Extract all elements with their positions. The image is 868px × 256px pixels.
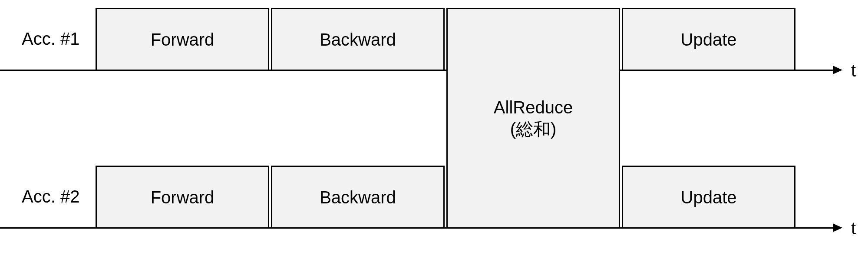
allreduce-box: AllReduce (総和) [446,8,620,229]
row1-forward-box: Forward [96,8,269,71]
row1-backward-box: Backward [271,8,445,71]
allreduce-line1: AllReduce [494,98,573,117]
row2-forward-label: Forward [151,186,215,208]
row2-update-box: Update [622,166,795,229]
row2-axis-arrow [833,223,842,232]
row1-label: Acc. #1 [22,29,79,49]
row2-forward-box: Forward [96,166,269,229]
row1-update-label: Update [681,29,737,50]
allreduce-line2: (総和) [510,120,557,139]
row1-backward-label: Backward [320,29,396,50]
row1-update-box: Update [622,8,795,71]
row2-backward-label: Backward [320,186,396,208]
row2-update-label: Update [681,186,737,208]
row2-axis-label: t [851,219,856,238]
row1-axis-label: t [851,61,856,80]
row2-label: Acc. #2 [22,187,79,206]
row1-forward-label: Forward [151,29,215,50]
timeline-diagram: Acc. #1 Acc. #2 t t Forward Backward Upd… [0,0,868,256]
allreduce-label: AllReduce (総和) [494,96,573,140]
row2-backward-box: Backward [271,166,445,229]
row1-axis-arrow [833,66,842,74]
